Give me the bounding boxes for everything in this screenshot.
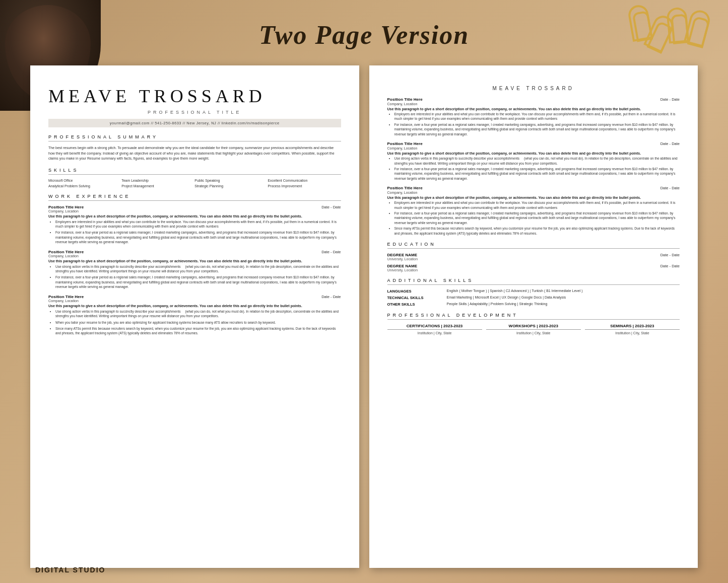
work-entry-3: Position Title Here Date - Date Company,… (48, 295, 341, 336)
job3-bullet-3: Since many ATSs permit this because recr… (55, 326, 341, 336)
job3-bullet-2: When you tailor your resume to the job, … (55, 320, 341, 325)
prof-dev-seminars: SEMINARS | 2023-2023 Institution | City,… (585, 324, 680, 335)
skill-1: Microsoft Office (48, 179, 121, 182)
p2-job3-date: Date - Date (660, 186, 680, 190)
resume-page-1: MEAVE TROSSARD PROFESSIONAL TITLE yourma… (30, 65, 359, 568)
skill-5: Analytical Problem Solving (48, 184, 121, 188)
additional-skills-grid: LANGUAGES English ( Mother Tongue ) | Sp… (387, 289, 680, 307)
job2-bullets: Use strong action verbs in this paragrap… (48, 264, 341, 289)
seminars-title: SEMINARS | 2023-2023 (585, 324, 680, 330)
skill-2: Team Leadership (121, 179, 194, 182)
work-experience-heading: WORK EXPERIENCE (48, 194, 341, 201)
summary-text: The best resumes begin with a strong pit… (48, 145, 341, 162)
job2-bullet-1: Use strong action verbs in this paragrap… (55, 264, 341, 274)
workshops-sub: Institution | City, State (486, 331, 581, 335)
p2-job-2: Position Title Here Date - Date Company,… (387, 141, 680, 181)
p2-job1-b1: Employers are interested in your abiliti… (394, 112, 680, 121)
p2-job1-desc: Use this paragraph to give a short descr… (387, 107, 680, 111)
job3-company: Company, Location (48, 299, 341, 303)
resume-page-2: MEAVE TROSSARD Position Title Here Date … (369, 65, 698, 568)
job3-desc: Use this paragraph to give a short descr… (48, 304, 341, 308)
job3-bullets: Use strong action verbs in this paragrap… (48, 309, 341, 336)
p2-job3-b3: Since many ATSs permit this because recr… (394, 226, 680, 236)
certs-title: CERTIFICATIONS | 2023-2023 (387, 324, 482, 330)
p2-job2-b2: For instance, over a four-year period as… (394, 167, 680, 181)
edu2-school: University, Location (387, 268, 680, 272)
job2-bullet-2: For instance, over a four-year period as… (55, 275, 341, 289)
skill-8: Process Improvement (268, 184, 341, 188)
job1-bullet-2: For instance, over a four-year period as… (55, 230, 341, 244)
digital-studio-watermark: DIGITAL STUDIO (35, 566, 105, 574)
p2-job2-b1: Use strong action verbs in this paragrap… (394, 156, 680, 166)
main-title: Two Page Version (0, 20, 728, 50)
job2-desc: Use this paragraph to give a short descr… (48, 259, 341, 263)
edu2-date: Date - Date (660, 264, 680, 268)
professional-title-label: PROFESSIONAL TITLE (48, 110, 341, 115)
p2-job1-bullets: Employers are interested in your abiliti… (387, 112, 680, 136)
p2-job2-title: Position Title Here (387, 141, 423, 146)
prof-dev-workshops: WORKSHOPS | 2023-2023 Institution | City… (486, 324, 581, 335)
job3-date: Date - Date (321, 295, 341, 299)
additional-skills-heading: ADDITIONAL SKILLS (387, 278, 680, 285)
job2-company: Company, Location (48, 254, 341, 258)
professional-summary-heading: PROFESSIONAL SUMMARY (48, 134, 341, 141)
p2-job1-b2: For instance, over a four-year period as… (394, 122, 680, 136)
p2-job1-title: Position Title Here (387, 97, 423, 102)
other-value: People Skills | Adaptability | Problem S… (447, 302, 680, 307)
p2-job3-desc: Use this paragraph to give a short descr… (387, 196, 680, 199)
p2-job2-date: Date - Date (660, 141, 680, 146)
edu-1: DEGREE NAME Date - Date University, Loca… (387, 253, 680, 261)
skills-grid: Microsoft Office Team Leadership Public … (48, 179, 341, 188)
p2-job2-company: Company, Location (387, 147, 680, 150)
edu1-degree: DEGREE NAME (387, 253, 418, 257)
edu1-school: University, Location (387, 257, 680, 261)
skill-7: Strategic Planning (194, 184, 268, 188)
skill-4: Excellent Communication (268, 179, 341, 182)
p2-job3-bullets: Employers are interested in your abiliti… (387, 200, 680, 236)
job1-desc: Use this paragraph to give a short descr… (48, 214, 341, 218)
resume-name: MEAVE TROSSARD (48, 86, 341, 107)
p2-job2-bullets: Use strong action verbs in this paragrap… (387, 156, 680, 181)
page2-header: MEAVE TROSSARD (387, 86, 680, 91)
education-section: DEGREE NAME Date - Date University, Loca… (387, 253, 680, 272)
work-entry-1: Position Title Here Date - Date Company,… (48, 205, 341, 245)
skills-heading: SKILLS (48, 168, 341, 175)
p2-job3-b2: For instance, over a four-year period as… (394, 211, 680, 225)
edu1-date: Date - Date (660, 253, 680, 257)
edu-2: DEGREE NAME Date - Date University, Loca… (387, 264, 680, 272)
job3-bullet-1: Use strong action verbs in this paragrap… (55, 309, 341, 319)
tech-value: Email Marketing | Microsoft Excel | UX D… (447, 296, 680, 300)
tech-label: TECHNICAL SKILLS (387, 296, 443, 300)
job2-title: Position Title Here (48, 250, 84, 254)
job1-date: Date - Date (321, 205, 341, 209)
p2-job1-company: Company, Location (387, 102, 680, 106)
job1-company: Company, Location (48, 209, 341, 213)
education-heading: EDUCATION (387, 242, 680, 249)
skill-3: Public Speaking (194, 179, 268, 182)
skill-6: Project Management (121, 184, 194, 188)
p2-job2-desc: Use this paragraph to give a short descr… (387, 152, 680, 155)
contact-bar: yourmail@gmail.com // 541-250-8633 // Ne… (48, 119, 341, 127)
p2-job1-date: Date - Date (660, 97, 680, 102)
seminars-sub: Institution | City, State (585, 331, 680, 335)
p2-job3-b1: Employers are interested in your abiliti… (394, 200, 680, 210)
job1-bullets: Employers are interested in your abiliti… (48, 220, 341, 245)
workshops-title: WORKSHOPS | 2023-2023 (486, 324, 581, 330)
p2-job3-company: Company, Location (387, 191, 680, 194)
prof-dev-heading: PROFESSIONAL DEVELOPMENT (387, 313, 680, 320)
job3-title: Position Title Here (48, 295, 84, 299)
other-label: OTHER SKILLS (387, 302, 443, 307)
p2-job-3: Position Title Here Date - Date Company,… (387, 186, 680, 236)
lang-label: LANGUAGES (387, 289, 443, 294)
certs-sub: Institution | City, State (387, 331, 482, 335)
prof-dev-grid: CERTIFICATIONS | 2023-2023 Institution |… (387, 324, 680, 335)
prof-dev-certs: CERTIFICATIONS | 2023-2023 Institution |… (387, 324, 482, 335)
job1-title: Position Title Here (48, 205, 84, 209)
lang-value: English ( Mother Tongue ) | Spanish ( C2… (447, 289, 680, 294)
p2-job-1: Position Title Here Date - Date Company,… (387, 97, 680, 136)
p2-job3-title: Position Title Here (387, 186, 423, 190)
work-entry-2: Position Title Here Date - Date Company,… (48, 250, 341, 289)
job2-date: Date - Date (321, 250, 341, 254)
job1-bullet-1: Employers are interested in your abiliti… (55, 220, 341, 229)
edu2-degree: DEGREE NAME (387, 264, 418, 268)
